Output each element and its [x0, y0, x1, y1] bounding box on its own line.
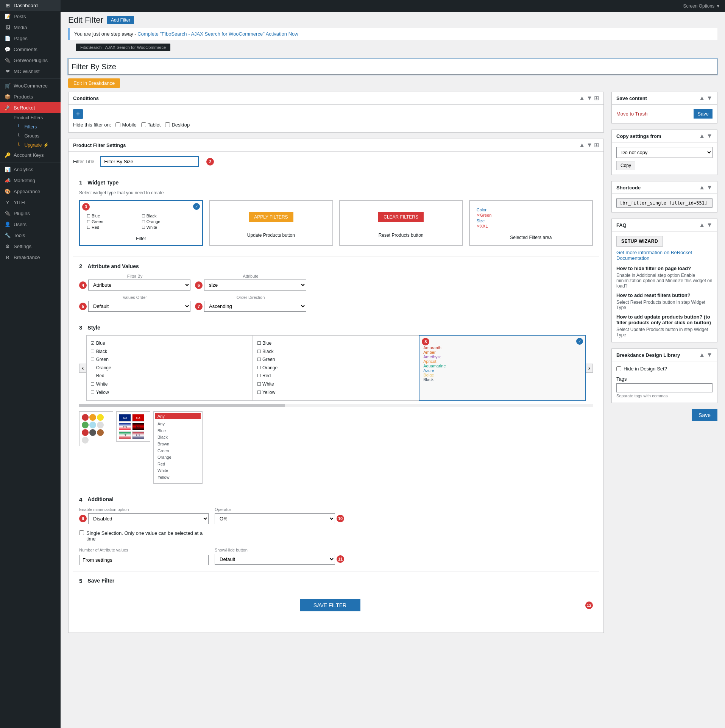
- add-filter-button[interactable]: Add Filter: [107, 16, 134, 24]
- sidebar-item-berocket[interactable]: 🚀 BeRocket: [0, 102, 61, 113]
- sidebar-item-users[interactable]: 👤 Users: [0, 219, 61, 230]
- sidebar-item-groups[interactable]: └Groups: [9, 131, 61, 141]
- widget-card-update[interactable]: APPLY FILTERS Update Products button: [209, 200, 333, 246]
- faq-header[interactable]: FAQ ▲ ▼: [612, 219, 717, 231]
- breakdance-design-header[interactable]: Breakdance Design Library ▲ ▼: [612, 349, 717, 361]
- save-expand-icon[interactable]: ▼: [706, 95, 713, 101]
- filter-title-field[interactable]: [100, 156, 199, 167]
- enable-minimization-field: Enable minimization option 9 Disabled En…: [79, 507, 209, 524]
- sidebar-item-getwoo[interactable]: 🔌 GetWooPlugins: [0, 55, 61, 66]
- copy-settings-header[interactable]: Copy settings from ▲ ▼: [612, 130, 717, 142]
- berocket-docs-link[interactable]: Get more information on BeRocket Documen…: [616, 250, 692, 261]
- product-filter-settings-header[interactable]: Product Filter Settings ▲ ▼ ⊞: [69, 139, 603, 152]
- setup-wizard-button[interactable]: SETUP WIZARD: [616, 236, 663, 247]
- conditions-add-button[interactable]: +: [73, 109, 83, 119]
- operator-select[interactable]: OR AND: [215, 513, 335, 524]
- carousel-next-button[interactable]: ›: [586, 364, 593, 373]
- sidebar-item-analytics[interactable]: 📊 Analytics: [0, 164, 61, 175]
- sidebar-item-media[interactable]: 🖼 Media: [0, 22, 61, 33]
- show-hide-label: Show/Hide button: [215, 548, 344, 552]
- style-card3-check: ✓: [576, 338, 583, 345]
- save-content-header[interactable]: Save content ▲ ▼: [612, 92, 717, 105]
- sidebar-item-filters[interactable]: └Filters: [9, 122, 61, 131]
- style-card-colors[interactable]: ✓ 8 Amaranth Amber Amethyst Apricot: [419, 335, 585, 401]
- attribute-select[interactable]: size color: [204, 280, 306, 291]
- hide-design-set-label[interactable]: Hide in Design Set?: [616, 366, 713, 372]
- sidebar-item-breakdance[interactable]: B Breakdance: [0, 252, 61, 263]
- style-card-checkboxes1[interactable]: ☑ Blue ☐ Black ☐ Green ☐ Orange ☐ Red ☐ …: [86, 335, 253, 401]
- shortcode-box: Shortcode ▲ ▼: [611, 181, 717, 212]
- pfs-expand-icon[interactable]: ▼: [586, 142, 592, 148]
- widget-card-selected[interactable]: Color ✕Green Size ✕XXL Selected Filters …: [469, 200, 593, 246]
- sidebar-item-posts[interactable]: 📝 Posts: [0, 11, 61, 22]
- screen-options-button[interactable]: Screen Options ▼: [678, 0, 725, 12]
- hide-design-set-checkbox[interactable]: [616, 366, 621, 371]
- conditions-title: Conditions: [73, 95, 99, 101]
- order-direction-select[interactable]: Ascending Descending: [204, 301, 306, 312]
- desktop-label[interactable]: Desktop: [165, 122, 190, 128]
- sidebar-item-account-keys[interactable]: 🔑 Account Keys: [0, 150, 61, 161]
- sidebar-item-dashboard[interactable]: ⊞ Dashboard: [0, 0, 61, 11]
- pfs-expand-full-icon[interactable]: ⊞: [594, 142, 599, 148]
- mobile-checkbox[interactable]: [115, 122, 120, 127]
- num-attribute-input[interactable]: [79, 555, 209, 565]
- show-hide-select[interactable]: Default Show Hide: [215, 554, 335, 565]
- shortcode-header[interactable]: Shortcode ▲ ▼: [612, 181, 717, 194]
- style-card-checkboxes2[interactable]: ☐ Blue ☐ Black ☐ Green ☐ Orange ☐ Red ☐ …: [253, 335, 419, 401]
- side-save-button[interactable]: Save: [692, 409, 717, 421]
- activation-link[interactable]: Complete "FiboSearch - AJAX Search for W…: [137, 31, 298, 37]
- sidebar-item-pages[interactable]: 📄 Pages: [0, 33, 61, 44]
- single-selection-label[interactable]: Single Selection. Only one value can be …: [79, 530, 209, 542]
- save-button[interactable]: Save: [694, 109, 713, 119]
- copy-button[interactable]: Copy: [616, 161, 635, 170]
- filter-by-select[interactable]: Attribute: [88, 280, 190, 291]
- dashboard-icon: ⊞: [5, 3, 11, 8]
- conditions-header[interactable]: Conditions ▲ ▼ ⊞: [69, 92, 603, 105]
- bd-collapse-icon[interactable]: ▲: [699, 352, 705, 358]
- copy-from-select[interactable]: Do not copy: [616, 147, 713, 158]
- sidebar-item-product-filters[interactable]: Product Filters: [9, 113, 61, 122]
- copy-expand-icon[interactable]: ▼: [706, 133, 713, 139]
- expand-icon[interactable]: ▼: [586, 95, 592, 101]
- sidebar-item-mcwishlist[interactable]: ❤ MC Wishlist: [0, 66, 61, 77]
- bd-expand-icon[interactable]: ▼: [706, 352, 713, 358]
- faq-collapse-icon[interactable]: ▲: [699, 222, 705, 228]
- shortcode-field[interactable]: [616, 198, 713, 208]
- save-collapse-icon[interactable]: ▲: [699, 95, 705, 101]
- sidebar-item-plugins[interactable]: 🔌 Plugins: [0, 208, 61, 219]
- sidebar-item-woocommerce[interactable]: 🛒 WooCommerce: [0, 80, 61, 91]
- widget-card-reset[interactable]: CLEAR FILTERS Reset Products button: [339, 200, 463, 246]
- shortcode-collapse-icon[interactable]: ▲: [699, 184, 705, 191]
- tags-input[interactable]: [616, 383, 713, 392]
- shortcode-expand-icon[interactable]: ▼: [706, 184, 713, 191]
- sidebar-item-tools[interactable]: 🔧 Tools: [0, 230, 61, 241]
- tablet-label[interactable]: Tablet: [141, 122, 161, 128]
- save-filter-button[interactable]: SAVE FILTER: [300, 599, 360, 611]
- sidebar-item-upgrade[interactable]: └Upgrade ⚡: [9, 141, 61, 150]
- values-order-select[interactable]: Default Name ASC Name DESC: [88, 301, 190, 312]
- desktop-checkbox[interactable]: [165, 122, 170, 127]
- pfs-collapse-icon[interactable]: ▲: [579, 142, 585, 148]
- enable-min-select[interactable]: Disabled Enabled: [88, 513, 209, 524]
- tablet-checkbox[interactable]: [141, 122, 146, 127]
- single-selection-checkbox[interactable]: [79, 530, 84, 535]
- expand-full-icon[interactable]: ⊞: [594, 95, 599, 101]
- filter-title-input[interactable]: [68, 59, 717, 75]
- appearance-icon: 🎨: [5, 189, 11, 194]
- faq-expand-icon[interactable]: ▼: [706, 222, 713, 228]
- sidebar-item-comments[interactable]: 💬 Comments: [0, 44, 61, 55]
- move-trash-link[interactable]: Move to Trash: [616, 111, 647, 117]
- sidebar-item-settings[interactable]: ⚙ Settings: [0, 241, 61, 252]
- edit-breakdance-button[interactable]: Edit in Breakdance: [68, 78, 120, 88]
- collapse-icon[interactable]: ▲: [579, 95, 585, 101]
- copy-collapse-icon[interactable]: ▲: [699, 133, 705, 139]
- style-card1-items: ☑ Blue ☐ Black ☐ Green ☐ Orange ☐ Red ☐ …: [90, 339, 248, 397]
- mobile-label[interactable]: Mobile: [115, 122, 136, 128]
- sidebar-item-marketing[interactable]: 📣 Marketing: [0, 175, 61, 186]
- sidebar-item-yith[interactable]: Y YITH: [0, 197, 61, 208]
- sidebar-item-products[interactable]: 📦 Products: [0, 91, 61, 102]
- sidebar-item-appearance[interactable]: 🎨 Appearance: [0, 186, 61, 197]
- widget-card-filter[interactable]: ✓ 3 ☐ Blue ☐ Black ☐ Green ☐ Orange: [79, 200, 203, 246]
- step4-title: Additional: [87, 496, 113, 502]
- carousel-prev-button[interactable]: ‹: [79, 364, 86, 373]
